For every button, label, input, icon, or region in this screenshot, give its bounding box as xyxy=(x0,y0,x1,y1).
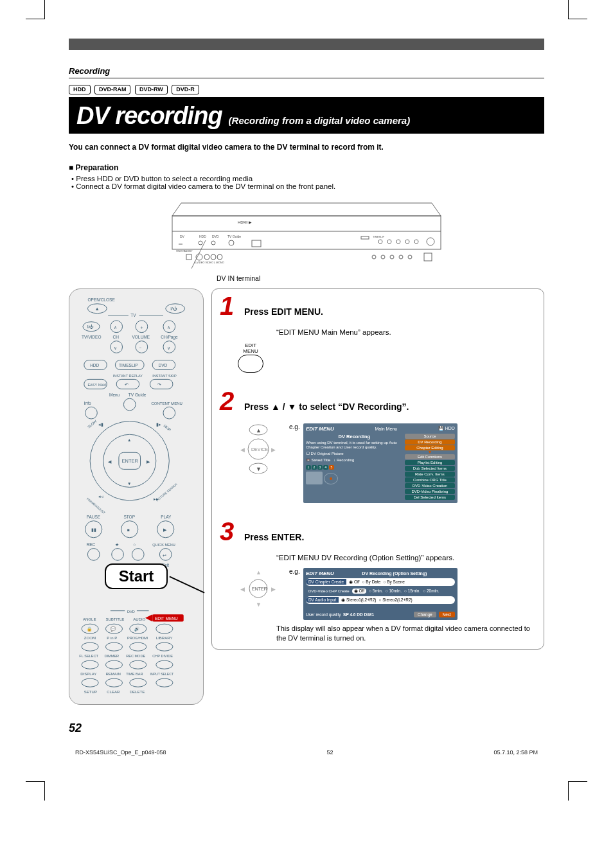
osd-source-label: Source xyxy=(405,434,455,439)
badge-dvdrw: DVD-RW xyxy=(135,85,168,94)
osd-combine-org: Combine ORG Title xyxy=(405,477,455,483)
svg-text:FRAME/ADJUST: FRAME/ADJUST xyxy=(86,497,106,515)
svg-point-77 xyxy=(85,407,98,419)
svg-point-78 xyxy=(123,398,136,411)
enter-dpad-icon: ▲ ENTER ▼ ◀▶ xyxy=(238,568,279,609)
svg-text:−: − xyxy=(139,346,142,350)
svg-text:HDMI ▶: HDMI ▶ xyxy=(238,220,252,224)
svg-text:PAUSE: PAUSE xyxy=(87,515,101,519)
svg-text:Info: Info xyxy=(84,400,91,405)
step-1-title: Press EDIT MENU. xyxy=(244,306,323,317)
step-number-3: 3 xyxy=(220,521,239,542)
osd-dub-selected: Dub Selected Items xyxy=(405,466,455,471)
svg-point-16 xyxy=(211,254,216,260)
svg-point-151 xyxy=(105,678,122,687)
svg-text:EASY NAVI: EASY NAVI xyxy=(87,382,106,386)
svg-text:∧: ∧ xyxy=(114,325,117,330)
osd-option-setting: EDIT MENU DV Recording (Option Setting) … xyxy=(303,568,458,620)
footer-left: RD-XS54SU/SC_Ope_E_p049-058 xyxy=(75,749,166,756)
mini-num: 5 xyxy=(329,465,334,470)
osd-logo-3: EDIT MENU xyxy=(306,571,334,576)
svg-text:Menu: Menu xyxy=(109,392,120,396)
svg-text:▲: ▲ xyxy=(127,438,131,442)
step-1: 1 Press EDIT MENU. “EDIT MENU Main Menu”… xyxy=(220,296,536,373)
svg-text:PROG/HDMI: PROG/HDMI xyxy=(127,636,148,640)
svg-text:DISPLAY: DISPLAY xyxy=(80,672,96,676)
dpad-icon: ▲ DEVICE ▼ ◀▶ xyxy=(238,423,279,474)
svg-text:TV Guide: TV Guide xyxy=(129,392,147,396)
badge-dvdr: DVD-R xyxy=(172,85,199,94)
svg-text:CLEAR: CLEAR xyxy=(107,690,120,694)
osd-right-dv-recording: DV Recording xyxy=(405,439,455,445)
svg-text:VOLUME: VOLUME xyxy=(132,335,150,339)
opt-stereo2: Stereo2(L2+R2) xyxy=(382,598,412,602)
top-gray-bar xyxy=(69,39,544,50)
svg-text:💬: 💬 xyxy=(111,626,116,632)
svg-text:∨: ∨ xyxy=(114,346,117,350)
svg-text:SKIP: SKIP xyxy=(163,423,172,432)
step-3-title: Press ENTER. xyxy=(244,532,304,542)
step-2: 2 Press ▲ / ▼ to select “DV Recording”. … xyxy=(220,391,536,503)
preparation-list: Press HDD or DVD button to select a reco… xyxy=(69,175,544,190)
svg-point-145 xyxy=(156,660,173,669)
dv-terminal-label: DV IN terminal xyxy=(217,274,544,282)
svg-point-129 xyxy=(156,624,173,633)
svg-point-150 xyxy=(82,678,98,687)
svg-point-109 xyxy=(87,548,100,560)
osd-recording: Recording xyxy=(337,458,354,462)
svg-text:TIME BAR: TIME BAR xyxy=(126,672,143,676)
footer-right: 05.7.10, 2:58 PM xyxy=(493,749,538,756)
svg-point-7 xyxy=(199,241,202,245)
svg-text:TV: TV xyxy=(130,313,136,317)
svg-text:◂▮: ◂▮ xyxy=(98,422,103,427)
prep-item-2: Connect a DV format digital video camera… xyxy=(71,182,544,190)
user-record-quality-label: User record quality xyxy=(306,612,341,617)
device-front-panel-illustration: HDMI ▶ DV HDD DVD TV Guide ON/STANDBY S-… xyxy=(168,198,445,272)
section-heading: Recording xyxy=(69,66,544,78)
osd-dvd-finalizing: DVD-Video Finalizing xyxy=(405,489,455,494)
eg-label-3: e.g. xyxy=(289,568,300,575)
svg-text:○: ○ xyxy=(133,542,136,547)
svg-text:ZOOM: ZOOM xyxy=(84,636,96,640)
svg-point-153 xyxy=(156,678,173,687)
svg-text:REC MODE: REC MODE xyxy=(126,654,145,658)
svg-text:∧: ∧ xyxy=(167,325,170,330)
dvd-video-chp-create-label: DVD-Video:CHP Create xyxy=(308,589,350,593)
svg-text:ANGLE: ANGLE xyxy=(83,617,96,621)
svg-text:▶: ▶ xyxy=(271,447,276,453)
opt-20min: 20min. xyxy=(427,589,440,593)
svg-point-9 xyxy=(229,240,234,245)
svg-text:PICTURE SEARCH: PICTURE SEARCH xyxy=(155,483,178,502)
svg-rect-10 xyxy=(252,240,261,247)
page-subtitle: (Recording from a digital video camera) xyxy=(229,115,411,126)
opt-off: Off xyxy=(354,580,360,584)
edit-menu-button-icon xyxy=(238,355,263,373)
svg-text:TV/VIDEO: TV/VIDEO xyxy=(82,335,101,339)
svg-text:QUICK MENU: QUICK MENU xyxy=(152,543,175,547)
svg-text:CH/Page: CH/Page xyxy=(161,335,178,340)
opt-byscene: By Scene xyxy=(387,580,405,584)
svg-point-111 xyxy=(132,548,144,560)
opt-bydate: By Date xyxy=(366,580,380,584)
svg-text:◀: ◀ xyxy=(108,459,112,464)
svg-text:DVD: DVD xyxy=(159,363,168,368)
user-record-quality-value: SP 4.6 DD D/M1 xyxy=(343,612,374,617)
step-3-extra-note: This display will also appear when a DV … xyxy=(276,624,536,643)
svg-text:↶: ↶ xyxy=(125,382,129,386)
svg-text:◀: ◀ xyxy=(240,586,245,592)
osd-dvd-creation: DVD-Video Creation xyxy=(405,483,455,488)
start-callout: Start xyxy=(105,563,168,589)
svg-text:FL SELECT: FL SELECT xyxy=(79,654,98,658)
svg-text:▶: ▶ xyxy=(147,459,150,464)
svg-text:AUDIO: AUDIO xyxy=(133,617,145,621)
svg-text:I/⏻: I/⏻ xyxy=(87,324,94,329)
svg-text:◂◃: ◂◃ xyxy=(98,494,103,499)
svg-text:▼: ▼ xyxy=(127,481,131,485)
svg-point-142 xyxy=(82,660,98,669)
intro-text: You can connect a DV format digital vide… xyxy=(69,143,544,152)
svg-point-143 xyxy=(105,660,122,669)
step-3: 3 Press ENTER. “EDIT MENU DV Recording (… xyxy=(220,521,536,643)
svg-text:▼: ▼ xyxy=(256,601,262,608)
svg-text:DEVICE: DEVICE xyxy=(251,447,268,452)
svg-text:LIBRARY: LIBRARY xyxy=(156,636,173,640)
